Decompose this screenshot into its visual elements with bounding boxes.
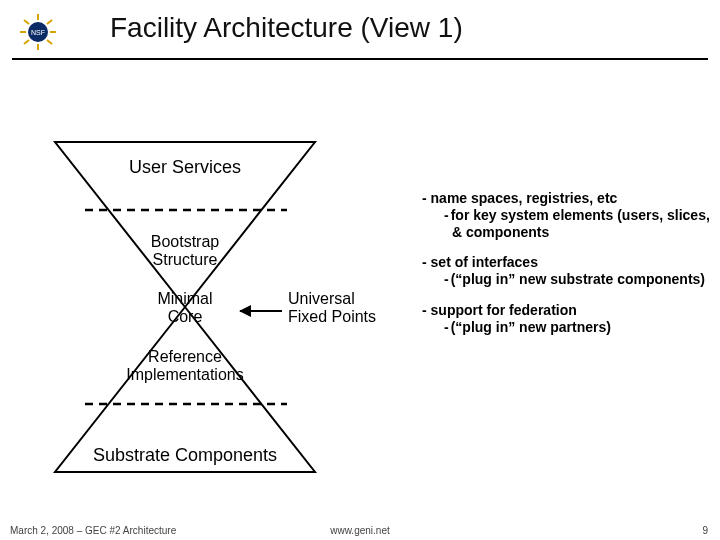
arrow-icon (240, 310, 282, 312)
svg-text:NSF: NSF (31, 29, 45, 36)
svg-line-6 (47, 20, 52, 24)
bullet-sub: (“plug in” new substrate components) (422, 271, 712, 288)
nsf-logo-icon: NSF (10, 12, 66, 52)
bullet-list: name spaces, registries, etc for key sys… (422, 190, 712, 350)
diagram: User Services Bootstrap Structure Minima… (0, 120, 720, 490)
bullet-head: support for federation (422, 302, 712, 319)
label-universal-fixed-points: Universal Fixed Points (288, 290, 398, 325)
label-substrate: Substrate Components (60, 446, 310, 466)
svg-line-7 (24, 40, 29, 44)
slide-title: Facility Architecture (View 1) (110, 12, 463, 44)
svg-line-8 (47, 40, 52, 44)
label-reference-impl: Reference Implementations (115, 348, 255, 383)
bullet-group: name spaces, registries, etc for key sys… (422, 190, 712, 240)
bullet-group: set of interfaces (“plug in” new substra… (422, 254, 712, 288)
footer-page: 9 (702, 525, 708, 536)
bullet-group: support for federation (“plug in” new pa… (422, 302, 712, 336)
slide: NSF Facility Architecture (View 1) User … (0, 0, 720, 540)
bullet-head: name spaces, registries, etc (422, 190, 712, 207)
label-user-services: User Services (95, 158, 275, 178)
label-minimal-core: Minimal Core (135, 290, 235, 325)
bullet-sub: for key system elements (users, slices, … (422, 207, 712, 241)
header: NSF Facility Architecture (View 1) (0, 0, 720, 60)
footer-center: www.geni.net (0, 525, 720, 536)
header-divider (12, 58, 708, 60)
bullet-sub: (“plug in” new partners) (422, 319, 712, 336)
label-bootstrap: Bootstrap Structure (140, 233, 230, 268)
bullet-head: set of interfaces (422, 254, 712, 271)
svg-line-5 (24, 20, 29, 24)
